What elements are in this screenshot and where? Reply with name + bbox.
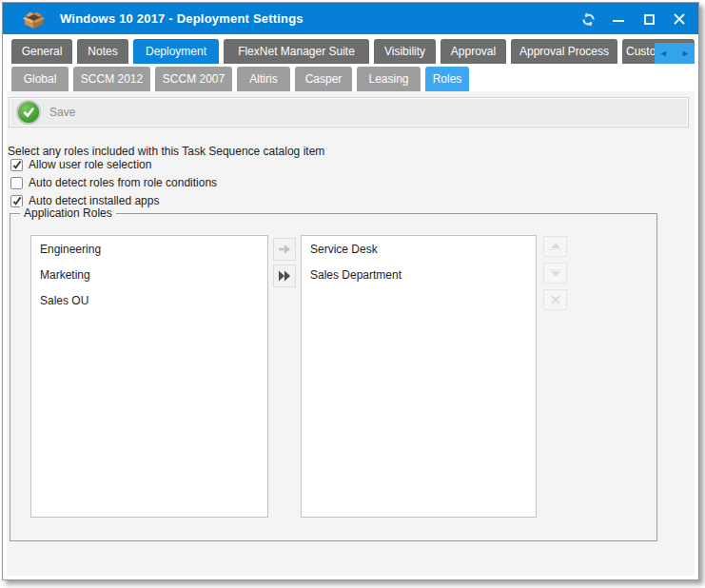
move-up-button[interactable] <box>543 236 567 257</box>
checkbox-row[interactable]: Auto detect installed apps <box>10 194 159 207</box>
move-all-right-button[interactable] <box>273 265 296 287</box>
tab-sccm-2012[interactable]: SCCM 2012 <box>73 67 150 91</box>
window-title: Windows 10 2017 - Deployment Settings <box>60 11 304 26</box>
tab-altiris[interactable]: Altiris <box>237 67 290 91</box>
tab-scroll-right-icon[interactable]: ► <box>681 49 690 58</box>
title-bar[interactable]: Windows 10 2017 - Deployment Settings <box>3 3 698 34</box>
checkbox-label: Auto detect roles from role conditions <box>29 176 217 189</box>
tab-deployment[interactable]: Deployment <box>133 39 219 64</box>
tab-casper[interactable]: Casper <box>295 67 352 91</box>
list-item[interactable]: Service Desk <box>302 237 536 263</box>
list-item[interactable]: Marketing <box>31 263 267 288</box>
selected-roles-list[interactable]: Service DeskSales Department <box>301 235 537 518</box>
instructions-text: Select any roles included with this Task… <box>8 145 324 158</box>
group-title: Application Roles <box>20 206 116 220</box>
toolbar: Save <box>9 97 689 127</box>
app-icon <box>23 10 45 29</box>
checkbox-label: Auto detect installed apps <box>29 194 159 207</box>
window-content: GeneralNotesDeploymentFlexNet Manager Su… <box>7 34 695 576</box>
tab-visibility[interactable]: Visibility <box>374 39 436 64</box>
maximize-button[interactable] <box>636 7 661 31</box>
tab-approval-process[interactable]: Approval Process <box>511 39 617 64</box>
tab-scroll-control: ◄ ► <box>655 43 695 64</box>
checkbox-row[interactable]: Auto detect roles from role conditions <box>10 176 217 189</box>
remove-button[interactable] <box>543 289 567 310</box>
refresh-icon[interactable] <box>576 7 600 31</box>
checkbox-label: Allow user role selection <box>29 158 151 171</box>
checkbox-unchecked[interactable] <box>10 177 23 189</box>
tab-scroll-left-icon[interactable]: ◄ <box>659 49 668 58</box>
tab-roles[interactable]: Roles <box>425 67 469 91</box>
application-roles-group: Application Roles EngineeringMarketingSa… <box>10 213 657 541</box>
content-panel: Save Select any roles included with this… <box>7 91 695 576</box>
tab-approval[interactable]: Approval <box>441 39 506 64</box>
tab-global[interactable]: Global <box>11 67 69 91</box>
tab-notes[interactable]: Notes <box>77 39 128 64</box>
close-button[interactable] <box>667 7 692 31</box>
minimize-button[interactable] <box>606 7 631 31</box>
move-right-button[interactable] <box>273 238 296 261</box>
tab-leasing[interactable]: Leasing <box>357 67 421 91</box>
tab-sccm-2007[interactable]: SCCM 2007 <box>155 67 232 91</box>
app-window: Windows 10 2017 - Deployment Settings Ge… <box>2 2 699 580</box>
checkbox-checked[interactable] <box>10 195 23 207</box>
checkbox-checked[interactable] <box>10 159 23 171</box>
save-label: Save <box>49 106 75 119</box>
list-item[interactable]: Engineering <box>31 237 267 263</box>
save-button[interactable]: Save <box>16 100 75 125</box>
tab-flexnet-manager-suite[interactable]: FlexNet Manager Suite <box>224 39 369 64</box>
save-check-icon <box>16 100 41 125</box>
primary-tab-bar: GeneralNotesDeploymentFlexNet Manager Su… <box>11 39 695 64</box>
checkbox-row[interactable]: Allow user role selection <box>10 158 151 171</box>
tab-general[interactable]: General <box>11 39 72 64</box>
list-item[interactable]: Sales Department <box>302 263 536 288</box>
secondary-tab-bar: GlobalSCCM 2012SCCM 2007AltirisCasperLea… <box>11 67 469 91</box>
available-roles-list[interactable]: EngineeringMarketingSales OU <box>30 235 268 518</box>
move-down-button[interactable] <box>543 263 567 284</box>
list-item[interactable]: Sales OU <box>31 288 267 314</box>
